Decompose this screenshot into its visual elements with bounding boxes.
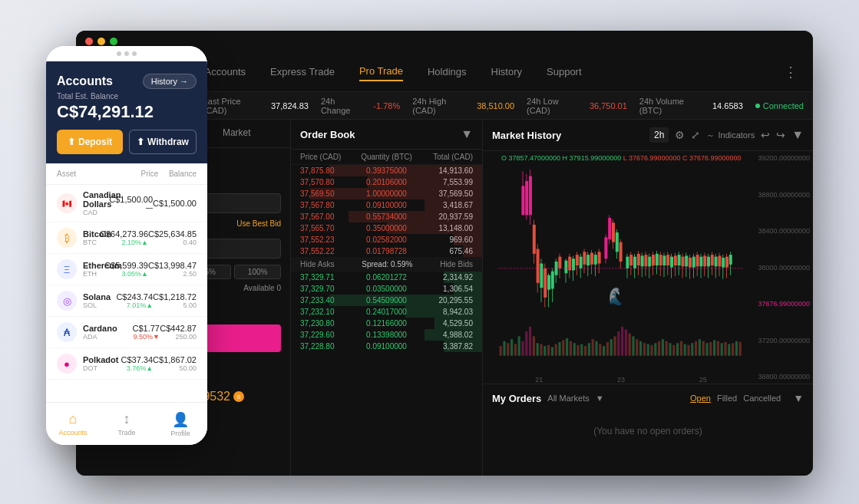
filter-filled[interactable]: Filled: [717, 394, 737, 403]
cad-flag-icon: 🇨🇦: [62, 199, 71, 208]
nav-holdings[interactable]: Holdings: [428, 63, 467, 81]
svg-rect-125: [637, 254, 640, 265]
asset-row-dot[interactable]: ● Polkadot DOT C$37.34 3.76%▲ C$1,867.02…: [46, 348, 207, 380]
btc-icon: ₿: [64, 232, 70, 244]
deposit-button[interactable]: ⬆ Deposit: [57, 130, 123, 154]
svg-rect-19: [570, 341, 572, 356]
dot-icon: ●: [64, 358, 70, 370]
sol-balance: C$1,218.72 5.00: [153, 292, 197, 309]
redo-icon[interactable]: ↪: [776, 129, 785, 141]
svg-rect-22: [580, 344, 583, 355]
status-dot-2: [124, 51, 129, 56]
svg-rect-63: [732, 343, 734, 355]
bottom-nav-accounts[interactable]: ⌂ Accounts: [46, 407, 100, 441]
price-label-3: 38400.00000000: [744, 227, 813, 235]
price-label-6: 37200.00000000: [744, 337, 813, 344]
svg-rect-1: [503, 341, 505, 356]
btc-price: C$64,273.96: [100, 229, 148, 239]
chart-chevron-icon[interactable]: ▼: [791, 128, 804, 142]
vol-coin-icon: B: [233, 391, 244, 402]
svg-rect-55: [702, 341, 705, 356]
low-value: 36,750.01: [590, 101, 627, 110]
svg-rect-97: [580, 257, 583, 268]
chart-expand-icon[interactable]: ⤢: [691, 129, 700, 141]
svg-rect-36: [632, 336, 634, 355]
price-label-1: 39200.00000000: [744, 154, 813, 162]
svg-rect-107: [598, 252, 601, 263]
svg-rect-20: [573, 343, 576, 355]
btc-change: 2.10%▲: [100, 239, 148, 246]
asset-row-cad[interactable]: 🇨🇦 Canadian Dollars CAD C$1,500.00 — C$1…: [46, 185, 207, 222]
ob-chevron-icon[interactable]: ▼: [461, 127, 473, 141]
svg-rect-42: [654, 343, 656, 355]
svg-rect-169: [718, 255, 721, 266]
eth-icon-wrap: Ξ: [57, 259, 77, 279]
bottom-nav-trade[interactable]: ↕ Trade: [100, 407, 154, 441]
ada-price: C$1.77: [114, 324, 160, 333]
status-dot-3: [132, 51, 137, 56]
nav-accounts[interactable]: Accounts: [205, 63, 246, 81]
svg-rect-10: [537, 343, 539, 355]
price-label-7: 36800.00000000: [744, 373, 813, 380]
cad-price-wrap: C$1,500.00 —: [109, 195, 153, 212]
minimize-dot[interactable]: [97, 38, 105, 45]
nav-pro-trade[interactable]: Pro Trade: [359, 62, 403, 81]
svg-rect-155: [692, 257, 695, 268]
svg-rect-121: [629, 255, 633, 265]
chart-settings-icon[interactable]: ⚙: [675, 129, 685, 141]
svg-rect-44: [662, 339, 664, 356]
svg-rect-43: [658, 341, 660, 356]
bid-row: 37,329.70 0.03500000 1,306.54: [291, 283, 482, 295]
maximize-dot[interactable]: [110, 38, 117, 45]
bottom-nav-profile[interactable]: 👤 Profile: [154, 407, 207, 442]
price-label-5: 37676.99000000: [744, 300, 813, 308]
svg-rect-81: [547, 275, 550, 290]
cad-balance: C$1,500.00: [153, 199, 197, 208]
mobile-actions: ⬆ Deposit ⬆ Withdraw: [57, 130, 197, 154]
bid-row: 37,228.80 0.09100000 3,387.82: [291, 341, 482, 352]
svg-rect-40: [647, 344, 649, 355]
undo-icon[interactable]: ↩: [761, 129, 770, 141]
withdraw-button[interactable]: ⬆ Withdraw: [129, 130, 197, 154]
col-price: Price: [107, 170, 158, 178]
asset-row-ada[interactable]: ₳ Cardano ADA C$1.77 9.50%▼ C$442.87 250…: [46, 317, 207, 348]
nav-support[interactable]: Support: [547, 63, 582, 81]
asset-row-eth[interactable]: Ξ Ethereum ETH C$5,599.39 3.05%▲ C$13,99…: [46, 254, 207, 285]
pct-100[interactable]: 100%: [234, 265, 281, 279]
hide-bids-btn[interactable]: Hide Bids: [440, 260, 473, 268]
price-label-4: 38000.00000000: [744, 264, 813, 272]
filter-dropdown-icon[interactable]: ▼: [596, 394, 604, 403]
mobile-balance-label: Total Est. Balance: [57, 92, 197, 100]
svg-rect-65: [739, 342, 742, 356]
mobile-statusbar: [46, 46, 207, 61]
svg-rect-35: [629, 334, 631, 356]
withdraw-icon: ⬆: [137, 137, 144, 147]
filter-open[interactable]: Open: [690, 394, 711, 403]
indicators-btn[interactable]: ～ Indicators: [706, 130, 755, 141]
btc-info: Bitcoin BTC: [83, 229, 100, 246]
cad-price: C$1,500.00: [109, 195, 153, 204]
ohlc-close: C 37676.99000000: [682, 154, 742, 162]
eth-change: 3.05%▲: [104, 270, 148, 278]
connected-status: Connected: [755, 101, 804, 110]
eth-symbol: ETH: [83, 270, 104, 278]
chart-timeframe[interactable]: 2h: [649, 127, 669, 143]
nav-express-trade[interactable]: Express Trade: [270, 63, 335, 81]
eth-price: C$5,599.39: [104, 261, 148, 270]
nav-menu-dots[interactable]: ⋮: [784, 64, 798, 81]
ohlc-low: L 37676.99000000: [623, 154, 681, 162]
filter-all-markets[interactable]: All Markets: [547, 394, 589, 403]
svg-rect-15: [555, 344, 557, 355]
mobile-history-button[interactable]: History →: [143, 74, 197, 89]
asset-row-btc[interactable]: ₿ Bitcoin BTC C$64,273.96 2.10%▲ C$25,63…: [46, 222, 207, 254]
ask-row: 37,565.70 0.35000000 13,148.00: [291, 222, 482, 234]
hide-asks-btn[interactable]: Hide Asks: [300, 260, 334, 268]
my-orders-chevron-icon[interactable]: ▼: [793, 392, 804, 404]
nav-history[interactable]: History: [491, 63, 522, 81]
svg-rect-32: [617, 331, 619, 356]
close-dot[interactable]: [85, 38, 93, 45]
asset-row-sol[interactable]: ◎ Solana SOL C$243.74 7.01%▲ C$1,218.72 …: [46, 285, 207, 317]
my-orders-title: My Orders: [492, 393, 541, 404]
svg-rect-139: [662, 255, 666, 265]
filter-cancelled[interactable]: Cancelled: [743, 394, 781, 403]
